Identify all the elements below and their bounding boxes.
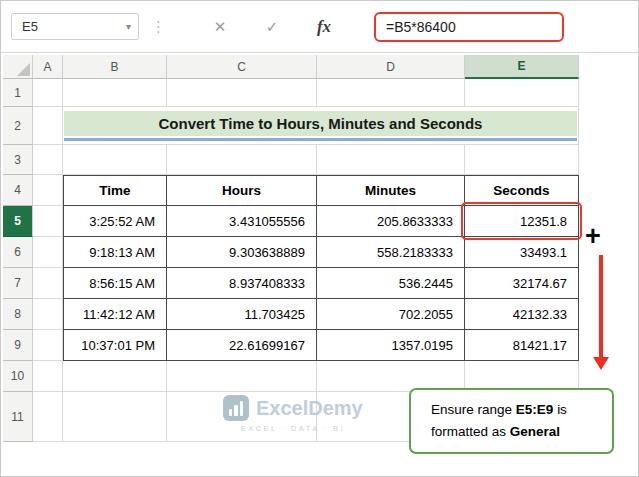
cell-e5-active-cell[interactable]: 12351.8 bbox=[465, 206, 579, 237]
cell-d8[interactable]: 702.2055 bbox=[317, 299, 465, 330]
cell-c11[interactable] bbox=[167, 392, 317, 442]
cell-a1[interactable] bbox=[33, 79, 63, 107]
cell-e6[interactable]: 33493.1 bbox=[465, 237, 579, 268]
spreadsheet-grid: A B C D E 1 2 Convert Time to Hours, Min… bbox=[3, 55, 579, 442]
title-underline bbox=[64, 138, 577, 141]
insert-function-button[interactable]: fx bbox=[298, 17, 350, 37]
cell-c1[interactable] bbox=[167, 79, 317, 107]
cell-c3[interactable] bbox=[167, 145, 317, 175]
fill-handle-cursor-icon: + bbox=[585, 223, 601, 250]
formula-bar: E5 ▾ ⋮ ✕ ✓ fx =B5*86400 bbox=[1, 1, 638, 53]
row-header-9[interactable]: 9 bbox=[3, 330, 33, 361]
row-header-10[interactable]: 10 bbox=[3, 361, 33, 392]
cell-b3[interactable] bbox=[63, 145, 167, 175]
callout-format-name: General bbox=[510, 424, 560, 439]
cell-a2[interactable] bbox=[33, 107, 63, 145]
column-header-e[interactable]: E bbox=[465, 55, 579, 79]
cancel-button[interactable]: ✕ bbox=[194, 18, 246, 36]
row-header-5[interactable]: 5 bbox=[3, 206, 33, 237]
callout-range: E5:E9 bbox=[516, 402, 554, 417]
cell-d3[interactable] bbox=[317, 145, 465, 175]
cell-d1[interactable] bbox=[317, 79, 465, 107]
cell-a11[interactable] bbox=[33, 392, 63, 442]
cell-b5[interactable]: 3:25:52 AM bbox=[63, 206, 167, 237]
column-header-b[interactable]: B bbox=[63, 55, 167, 79]
cell-b11[interactable] bbox=[63, 392, 167, 442]
row-header-1[interactable]: 1 bbox=[3, 79, 33, 107]
column-header-c[interactable]: C bbox=[167, 55, 317, 79]
cell-b9[interactable]: 10:37:01 PM bbox=[63, 330, 167, 361]
column-header-d[interactable]: D bbox=[317, 55, 465, 79]
select-all-corner[interactable] bbox=[3, 55, 33, 79]
cell-a3[interactable] bbox=[33, 145, 63, 175]
cell-b10[interactable] bbox=[63, 361, 167, 392]
cell-e9[interactable]: 81421.17 bbox=[465, 330, 579, 361]
title-merged-cell-b2-e2[interactable]: Convert Time to Hours, Minutes and Secon… bbox=[63, 107, 579, 145]
cell-e8[interactable]: 42132.33 bbox=[465, 299, 579, 330]
cell-c9[interactable]: 22.61699167 bbox=[167, 330, 317, 361]
cell-b8[interactable]: 11:42:12 AM bbox=[63, 299, 167, 330]
cell-d5[interactable]: 205.8633333 bbox=[317, 206, 465, 237]
cell-c6[interactable]: 9.303638889 bbox=[167, 237, 317, 268]
cell-d9[interactable]: 1357.0195 bbox=[317, 330, 465, 361]
cell-b1[interactable] bbox=[63, 79, 167, 107]
formula-bar-separator-dots-icon: ⋮ bbox=[151, 18, 166, 36]
row-header-7[interactable]: 7 bbox=[3, 268, 33, 299]
cell-e4-seconds-header[interactable]: Seconds bbox=[465, 175, 579, 206]
row-header-4[interactable]: 4 bbox=[3, 175, 33, 206]
cell-c10[interactable] bbox=[167, 361, 317, 392]
cell-a8[interactable] bbox=[33, 299, 63, 330]
row-header-8[interactable]: 8 bbox=[3, 299, 33, 330]
cell-d7[interactable]: 536.2445 bbox=[317, 268, 465, 299]
formula-input[interactable]: =B5*86400 bbox=[374, 12, 564, 42]
cell-a7[interactable] bbox=[33, 268, 63, 299]
enter-button[interactable]: ✓ bbox=[246, 18, 298, 36]
cell-a4[interactable] bbox=[33, 175, 63, 206]
cell-a5[interactable] bbox=[33, 206, 63, 237]
cell-c4-hours-header[interactable]: Hours bbox=[167, 175, 317, 206]
cell-a9[interactable] bbox=[33, 330, 63, 361]
cell-b4-time-header[interactable]: Time bbox=[63, 175, 167, 206]
row-header-11[interactable]: 11 bbox=[3, 392, 33, 442]
callout-text-prefix: Ensure range bbox=[431, 402, 512, 417]
callout-note: Ensure range E5:E9 is formatted as Gener… bbox=[409, 388, 614, 454]
row-header-2[interactable]: 2 bbox=[3, 107, 33, 145]
name-box-dropdown-icon[interactable]: ▾ bbox=[126, 21, 131, 32]
excel-window: E5 ▾ ⋮ ✕ ✓ fx =B5*86400 A B C D E 1 2 Co… bbox=[0, 0, 639, 477]
cell-c5[interactable]: 3.431055556 bbox=[167, 206, 317, 237]
name-box-value: E5 bbox=[22, 19, 38, 34]
name-box[interactable]: E5 ▾ bbox=[11, 13, 139, 40]
row-header-6[interactable]: 6 bbox=[3, 237, 33, 268]
cell-b7[interactable]: 8:56:15 AM bbox=[63, 268, 167, 299]
cell-c8[interactable]: 11.703425 bbox=[167, 299, 317, 330]
cell-e3[interactable] bbox=[465, 145, 579, 175]
cell-d4-minutes-header[interactable]: Minutes bbox=[317, 175, 465, 206]
row-header-3[interactable]: 3 bbox=[3, 145, 33, 175]
sheet-title: Convert Time to Hours, Minutes and Secon… bbox=[64, 111, 577, 136]
cell-d6[interactable]: 558.2183333 bbox=[317, 237, 465, 268]
cell-b6[interactable]: 9:18:13 AM bbox=[63, 237, 167, 268]
drag-down-arrow bbox=[599, 255, 603, 357]
formula-text: =B5*86400 bbox=[386, 19, 456, 35]
cell-e1[interactable] bbox=[465, 79, 579, 107]
cell-a10[interactable] bbox=[33, 361, 63, 392]
column-header-a[interactable]: A bbox=[33, 55, 63, 79]
cell-c7[interactable]: 8.937408333 bbox=[167, 268, 317, 299]
cell-e7[interactable]: 32174.67 bbox=[465, 268, 579, 299]
select-all-triangle-icon bbox=[17, 63, 30, 76]
cell-a6[interactable] bbox=[33, 237, 63, 268]
